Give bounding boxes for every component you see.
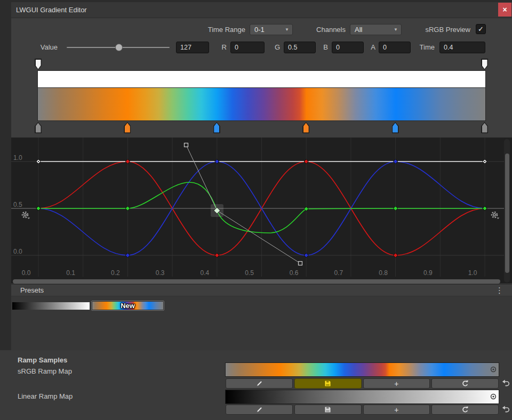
curve-presets-gear-left-icon[interactable] [22,212,30,219]
blue-curve-key[interactable] [125,253,130,257]
x-axis-tick: 1.0 [459,269,486,277]
save-floppy-icon [324,406,331,413]
gradient-markers-layer [0,0,512,139]
blue-curve-key[interactable] [215,159,219,164]
key-center-dot [38,161,39,163]
marker-fill [214,123,219,133]
alpha-key-marker[interactable] [35,59,42,70]
key-center-dot [484,161,486,163]
kebab-menu-icon[interactable]: ⋮ [495,285,503,296]
color-key-marker[interactable] [392,122,399,133]
tangent-handle[interactable] [299,262,302,265]
marker-fill [482,123,487,133]
green-curve-key[interactable] [483,206,487,211]
pencil-icon [255,406,263,414]
red-curve-key[interactable] [393,253,397,257]
blue-curve-key[interactable] [304,253,308,257]
color-key-marker[interactable] [35,122,42,133]
lwgui-gradient-editor-window: LWGUI Gradient Editor × Time Range 0-1 ▼… [0,0,512,420]
green-curve-key[interactable] [393,206,397,211]
refresh-icon [461,380,469,387]
srgb-ramp-preview[interactable] [226,363,499,376]
x-axis-tick: 0.6 [280,269,308,277]
preset-new-label: New [92,301,164,310]
plus-icon: + [394,406,398,414]
x-axis-tick: 0.3 [146,269,174,277]
save-floppy-icon [324,380,331,387]
plus-icon: + [394,380,398,387]
x-axis-tick: 0.5 [236,269,263,277]
alpha-key-marker[interactable] [481,59,488,70]
refresh-icon [461,406,469,414]
presets-header: Presets ⋮ [11,284,512,296]
x-axis-tick: 0.8 [370,269,397,277]
x-axis-tick: 0.1 [57,269,85,277]
color-key-marker[interactable] [302,122,309,133]
ramp-samples-title: Ramp Samples [18,356,67,365]
revert-arrow-icon[interactable] [502,378,510,387]
x-axis-tick: 0.7 [325,269,353,277]
marker-fill [482,60,487,69]
color-key-marker[interactable] [213,122,220,133]
x-axis-tick: 0.0 [12,269,40,277]
save-ramp-button-highlighted[interactable] [294,378,362,389]
color-key-marker[interactable] [481,122,488,133]
tangent-line [186,145,217,211]
x-axis-tick: 0.2 [101,269,129,277]
red-curve-key[interactable] [215,253,219,257]
add-ramp-button[interactable]: + [363,405,430,415]
marker-fill [303,123,309,133]
marker-fill [125,123,130,133]
curve-horizontal-scrollbar[interactable] [13,279,500,284]
edit-ramp-button[interactable] [226,378,293,389]
revert-arrow-icon[interactable] [502,405,510,413]
preset-swatch-blackwhite[interactable] [12,302,90,310]
edit-ramp-button[interactable] [226,405,293,415]
refresh-ramp-button[interactable] [431,378,499,389]
curve-vertical-scrollbar[interactable] [505,154,509,273]
add-ramp-button[interactable]: + [363,378,430,389]
save-ramp-button[interactable] [294,405,362,415]
linear-ramp-preview[interactable] [226,390,499,403]
pencil-icon [255,380,263,387]
curve-presets-gear-right-icon[interactable] [492,212,499,219]
blue-curve-key[interactable] [393,159,397,164]
marker-fill [393,123,398,133]
object-picker-icon[interactable] [490,366,497,373]
marker-fill [36,123,41,133]
x-axis-tick: 0.4 [191,269,219,277]
presets-title: Presets [20,285,44,296]
linear-ramp-map-label: Linear Ramp Map [18,392,73,401]
y-axis-tick: 1.0 [13,154,30,161]
green-curve-key[interactable] [304,207,308,211]
red-curve-key[interactable] [304,159,308,164]
object-picker-icon[interactable] [490,393,497,400]
green-curve-key[interactable] [36,206,41,211]
preset-swatch-new[interactable]: New [91,301,164,311]
refresh-ramp-button[interactable] [431,405,499,415]
green-curve-key[interactable] [125,206,130,211]
marker-fill [36,60,41,69]
color-key-marker[interactable] [124,122,131,133]
tangent-handle[interactable] [185,143,188,147]
curve-editor[interactable]: 0.00.10.20.30.40.50.60.70.80.91.01.00.50… [11,138,512,284]
x-axis-tick: 0.9 [414,269,442,277]
red-curve-key[interactable] [125,159,130,164]
y-axis-tick: 0.0 [13,248,30,255]
y-axis-tick: 0.5 [13,201,30,208]
srgb-ramp-map-label: sRGB Ramp Map [18,367,72,376]
